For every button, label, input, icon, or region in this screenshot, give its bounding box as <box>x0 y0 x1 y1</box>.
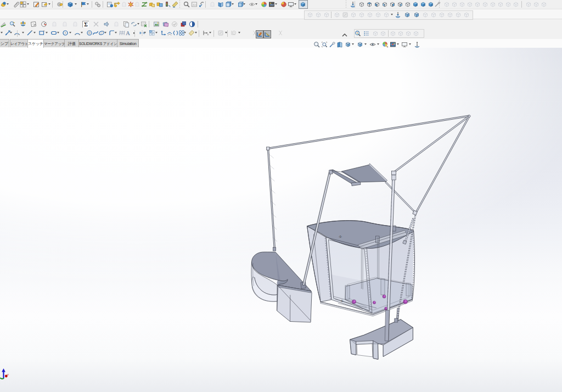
svg-text:A: A <box>126 30 130 36</box>
svg-text:Σ: Σ <box>84 21 88 27</box>
